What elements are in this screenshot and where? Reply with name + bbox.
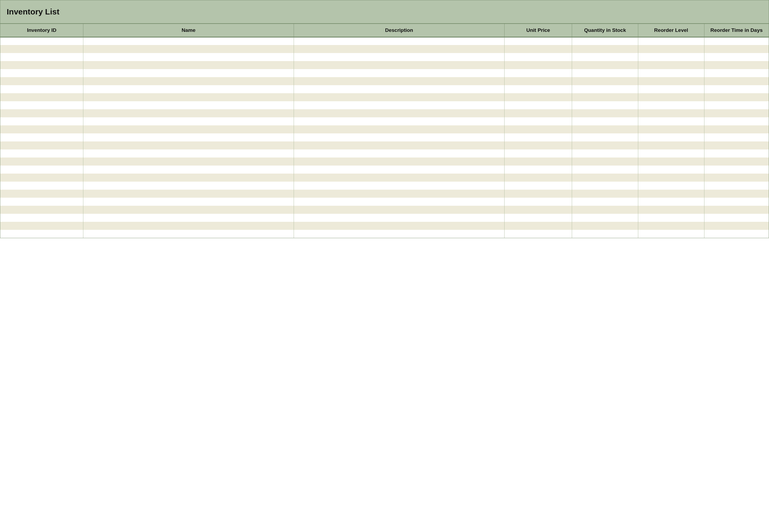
- table-cell[interactable]: [294, 174, 505, 182]
- col-header-unit-price[interactable]: Unit Price: [504, 24, 572, 37]
- table-cell[interactable]: [704, 230, 769, 238]
- table-cell[interactable]: [504, 174, 572, 182]
- table-cell[interactable]: [638, 101, 704, 109]
- table-cell[interactable]: [0, 190, 83, 198]
- table-cell[interactable]: [294, 198, 505, 206]
- table-cell[interactable]: [83, 53, 294, 61]
- table-cell[interactable]: [572, 133, 638, 141]
- table-cell[interactable]: [638, 109, 704, 117]
- col-header-inventory-id[interactable]: Inventory ID: [0, 24, 83, 37]
- table-cell[interactable]: [504, 182, 572, 190]
- table-cell[interactable]: [638, 77, 704, 85]
- table-cell[interactable]: [0, 69, 83, 77]
- table-cell[interactable]: [572, 37, 638, 45]
- table-cell[interactable]: [83, 45, 294, 53]
- table-cell[interactable]: [704, 190, 769, 198]
- table-cell[interactable]: [83, 109, 294, 117]
- table-cell[interactable]: [0, 141, 83, 149]
- table-cell[interactable]: [572, 125, 638, 133]
- table-cell[interactable]: [294, 206, 505, 214]
- table-cell[interactable]: [294, 61, 505, 69]
- table-cell[interactable]: [83, 214, 294, 222]
- table-cell[interactable]: [294, 85, 505, 93]
- table-cell[interactable]: [638, 230, 704, 238]
- table-cell[interactable]: [83, 166, 294, 174]
- table-cell[interactable]: [0, 222, 83, 230]
- table-cell[interactable]: [638, 133, 704, 141]
- table-cell[interactable]: [0, 101, 83, 109]
- table-cell[interactable]: [0, 77, 83, 85]
- table-cell[interactable]: [83, 174, 294, 182]
- table-cell[interactable]: [83, 125, 294, 133]
- table-cell[interactable]: [504, 117, 572, 125]
- table-cell[interactable]: [572, 222, 638, 230]
- table-cell[interactable]: [0, 61, 83, 69]
- col-header-reorder-time-in-days[interactable]: Reorder Time in Days: [704, 24, 769, 37]
- table-cell[interactable]: [294, 117, 505, 125]
- table-cell[interactable]: [0, 182, 83, 190]
- table-cell[interactable]: [638, 149, 704, 158]
- table-cell[interactable]: [504, 141, 572, 149]
- table-cell[interactable]: [294, 190, 505, 198]
- col-header-description[interactable]: Description: [294, 24, 505, 37]
- table-cell[interactable]: [572, 182, 638, 190]
- table-cell[interactable]: [0, 53, 83, 61]
- table-cell[interactable]: [572, 85, 638, 93]
- table-cell[interactable]: [704, 141, 769, 149]
- table-cell[interactable]: [704, 101, 769, 109]
- table-cell[interactable]: [572, 93, 638, 101]
- table-cell[interactable]: [294, 222, 505, 230]
- table-cell[interactable]: [638, 45, 704, 53]
- table-cell[interactable]: [638, 37, 704, 45]
- table-cell[interactable]: [294, 109, 505, 117]
- table-cell[interactable]: [83, 93, 294, 101]
- table-cell[interactable]: [294, 93, 505, 101]
- table-cell[interactable]: [0, 230, 83, 238]
- table-cell[interactable]: [704, 206, 769, 214]
- table-cell[interactable]: [638, 93, 704, 101]
- table-cell[interactable]: [83, 101, 294, 109]
- table-cell[interactable]: [294, 158, 505, 166]
- table-cell[interactable]: [704, 158, 769, 166]
- table-cell[interactable]: [0, 133, 83, 141]
- table-cell[interactable]: [704, 109, 769, 117]
- table-cell[interactable]: [294, 214, 505, 222]
- table-cell[interactable]: [0, 149, 83, 158]
- table-cell[interactable]: [504, 77, 572, 85]
- table-cell[interactable]: [0, 37, 83, 45]
- table-cell[interactable]: [638, 222, 704, 230]
- table-cell[interactable]: [0, 206, 83, 214]
- table-cell[interactable]: [294, 182, 505, 190]
- col-header-reorder-level[interactable]: Reorder Level: [638, 24, 704, 37]
- table-cell[interactable]: [504, 69, 572, 77]
- table-cell[interactable]: [504, 198, 572, 206]
- table-cell[interactable]: [704, 214, 769, 222]
- table-cell[interactable]: [572, 230, 638, 238]
- table-cell[interactable]: [83, 77, 294, 85]
- table-cell[interactable]: [704, 77, 769, 85]
- table-cell[interactable]: [704, 174, 769, 182]
- table-cell[interactable]: [294, 141, 505, 149]
- table-cell[interactable]: [294, 133, 505, 141]
- table-cell[interactable]: [638, 174, 704, 182]
- table-cell[interactable]: [572, 77, 638, 85]
- table-cell[interactable]: [504, 85, 572, 93]
- table-cell[interactable]: [638, 117, 704, 125]
- table-cell[interactable]: [504, 133, 572, 141]
- table-cell[interactable]: [638, 125, 704, 133]
- table-cell[interactable]: [504, 101, 572, 109]
- table-cell[interactable]: [294, 230, 505, 238]
- table-cell[interactable]: [83, 222, 294, 230]
- table-cell[interactable]: [83, 69, 294, 77]
- table-cell[interactable]: [704, 85, 769, 93]
- table-cell[interactable]: [504, 230, 572, 238]
- table-cell[interactable]: [572, 190, 638, 198]
- table-cell[interactable]: [638, 166, 704, 174]
- table-cell[interactable]: [572, 69, 638, 77]
- table-cell[interactable]: [0, 85, 83, 93]
- table-cell[interactable]: [704, 45, 769, 53]
- table-cell[interactable]: [704, 53, 769, 61]
- table-cell[interactable]: [704, 198, 769, 206]
- table-cell[interactable]: [504, 125, 572, 133]
- table-cell[interactable]: [504, 149, 572, 158]
